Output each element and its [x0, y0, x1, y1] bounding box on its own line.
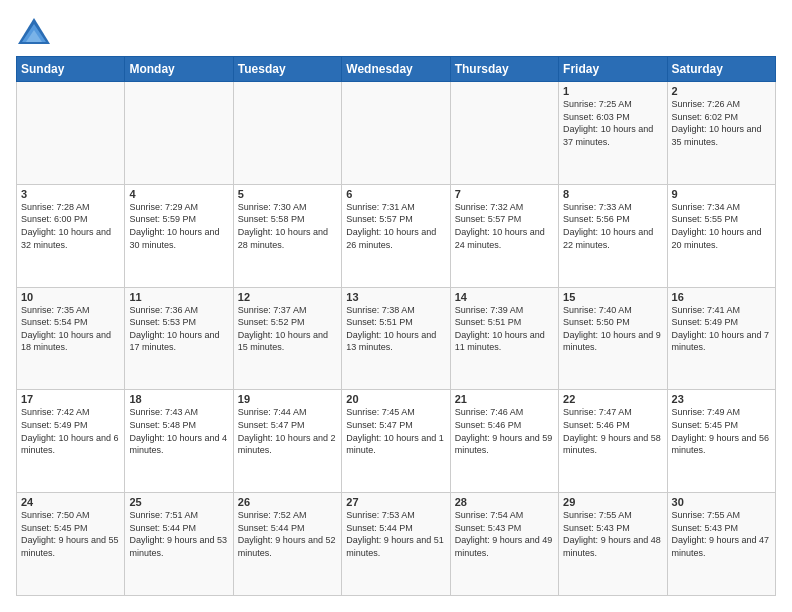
calendar-table: SundayMondayTuesdayWednesdayThursdayFrid…: [16, 56, 776, 596]
calendar-week-row: 17Sunrise: 7:42 AM Sunset: 5:49 PM Dayli…: [17, 390, 776, 493]
day-number: 11: [129, 291, 228, 303]
day-number: 15: [563, 291, 662, 303]
calendar-week-row: 1Sunrise: 7:25 AM Sunset: 6:03 PM Daylig…: [17, 82, 776, 185]
calendar-week-row: 10Sunrise: 7:35 AM Sunset: 5:54 PM Dayli…: [17, 287, 776, 390]
calendar-cell: [125, 82, 233, 185]
calendar-day-header: Friday: [559, 57, 667, 82]
calendar-cell: 8Sunrise: 7:33 AM Sunset: 5:56 PM Daylig…: [559, 184, 667, 287]
calendar-cell: 3Sunrise: 7:28 AM Sunset: 6:00 PM Daylig…: [17, 184, 125, 287]
calendar-cell: [342, 82, 450, 185]
day-number: 8: [563, 188, 662, 200]
calendar-day-header: Saturday: [667, 57, 775, 82]
calendar-cell: 15Sunrise: 7:40 AM Sunset: 5:50 PM Dayli…: [559, 287, 667, 390]
calendar-cell: 29Sunrise: 7:55 AM Sunset: 5:43 PM Dayli…: [559, 493, 667, 596]
day-number: 24: [21, 496, 120, 508]
day-info: Sunrise: 7:29 AM Sunset: 5:59 PM Dayligh…: [129, 201, 228, 251]
day-info: Sunrise: 7:42 AM Sunset: 5:49 PM Dayligh…: [21, 406, 120, 456]
day-number: 18: [129, 393, 228, 405]
calendar-cell: 23Sunrise: 7:49 AM Sunset: 5:45 PM Dayli…: [667, 390, 775, 493]
page: SundayMondayTuesdayWednesdayThursdayFrid…: [0, 0, 792, 612]
calendar-day-header: Tuesday: [233, 57, 341, 82]
day-number: 29: [563, 496, 662, 508]
day-number: 9: [672, 188, 771, 200]
calendar-cell: 30Sunrise: 7:55 AM Sunset: 5:43 PM Dayli…: [667, 493, 775, 596]
day-info: Sunrise: 7:31 AM Sunset: 5:57 PM Dayligh…: [346, 201, 445, 251]
day-info: Sunrise: 7:49 AM Sunset: 5:45 PM Dayligh…: [672, 406, 771, 456]
day-number: 2: [672, 85, 771, 97]
calendar-cell: 19Sunrise: 7:44 AM Sunset: 5:47 PM Dayli…: [233, 390, 341, 493]
day-info: Sunrise: 7:37 AM Sunset: 5:52 PM Dayligh…: [238, 304, 337, 354]
calendar-week-row: 24Sunrise: 7:50 AM Sunset: 5:45 PM Dayli…: [17, 493, 776, 596]
day-number: 4: [129, 188, 228, 200]
day-number: 26: [238, 496, 337, 508]
calendar-cell: 4Sunrise: 7:29 AM Sunset: 5:59 PM Daylig…: [125, 184, 233, 287]
day-info: Sunrise: 7:30 AM Sunset: 5:58 PM Dayligh…: [238, 201, 337, 251]
day-info: Sunrise: 7:44 AM Sunset: 5:47 PM Dayligh…: [238, 406, 337, 456]
calendar-week-row: 3Sunrise: 7:28 AM Sunset: 6:00 PM Daylig…: [17, 184, 776, 287]
day-number: 30: [672, 496, 771, 508]
day-info: Sunrise: 7:34 AM Sunset: 5:55 PM Dayligh…: [672, 201, 771, 251]
calendar-cell: 7Sunrise: 7:32 AM Sunset: 5:57 PM Daylig…: [450, 184, 558, 287]
calendar-header-row: SundayMondayTuesdayWednesdayThursdayFrid…: [17, 57, 776, 82]
calendar-day-header: Monday: [125, 57, 233, 82]
calendar-cell: 6Sunrise: 7:31 AM Sunset: 5:57 PM Daylig…: [342, 184, 450, 287]
calendar-cell: 10Sunrise: 7:35 AM Sunset: 5:54 PM Dayli…: [17, 287, 125, 390]
day-number: 12: [238, 291, 337, 303]
day-number: 16: [672, 291, 771, 303]
calendar-cell: 1Sunrise: 7:25 AM Sunset: 6:03 PM Daylig…: [559, 82, 667, 185]
day-number: 7: [455, 188, 554, 200]
day-number: 3: [21, 188, 120, 200]
day-number: 21: [455, 393, 554, 405]
day-info: Sunrise: 7:39 AM Sunset: 5:51 PM Dayligh…: [455, 304, 554, 354]
day-info: Sunrise: 7:45 AM Sunset: 5:47 PM Dayligh…: [346, 406, 445, 456]
calendar-cell: 25Sunrise: 7:51 AM Sunset: 5:44 PM Dayli…: [125, 493, 233, 596]
day-number: 27: [346, 496, 445, 508]
day-info: Sunrise: 7:43 AM Sunset: 5:48 PM Dayligh…: [129, 406, 228, 456]
calendar-day-header: Sunday: [17, 57, 125, 82]
calendar-cell: 22Sunrise: 7:47 AM Sunset: 5:46 PM Dayli…: [559, 390, 667, 493]
day-info: Sunrise: 7:33 AM Sunset: 5:56 PM Dayligh…: [563, 201, 662, 251]
day-number: 28: [455, 496, 554, 508]
day-info: Sunrise: 7:54 AM Sunset: 5:43 PM Dayligh…: [455, 509, 554, 559]
day-number: 25: [129, 496, 228, 508]
day-info: Sunrise: 7:41 AM Sunset: 5:49 PM Dayligh…: [672, 304, 771, 354]
day-info: Sunrise: 7:51 AM Sunset: 5:44 PM Dayligh…: [129, 509, 228, 559]
day-info: Sunrise: 7:38 AM Sunset: 5:51 PM Dayligh…: [346, 304, 445, 354]
calendar-cell: 13Sunrise: 7:38 AM Sunset: 5:51 PM Dayli…: [342, 287, 450, 390]
calendar-cell: 26Sunrise: 7:52 AM Sunset: 5:44 PM Dayli…: [233, 493, 341, 596]
day-number: 22: [563, 393, 662, 405]
calendar-cell: 17Sunrise: 7:42 AM Sunset: 5:49 PM Dayli…: [17, 390, 125, 493]
day-info: Sunrise: 7:47 AM Sunset: 5:46 PM Dayligh…: [563, 406, 662, 456]
calendar-cell: 12Sunrise: 7:37 AM Sunset: 5:52 PM Dayli…: [233, 287, 341, 390]
day-info: Sunrise: 7:52 AM Sunset: 5:44 PM Dayligh…: [238, 509, 337, 559]
calendar-cell: [450, 82, 558, 185]
day-info: Sunrise: 7:36 AM Sunset: 5:53 PM Dayligh…: [129, 304, 228, 354]
day-number: 14: [455, 291, 554, 303]
day-number: 5: [238, 188, 337, 200]
day-info: Sunrise: 7:46 AM Sunset: 5:46 PM Dayligh…: [455, 406, 554, 456]
day-info: Sunrise: 7:55 AM Sunset: 5:43 PM Dayligh…: [672, 509, 771, 559]
day-number: 20: [346, 393, 445, 405]
day-number: 19: [238, 393, 337, 405]
day-number: 17: [21, 393, 120, 405]
calendar-day-header: Thursday: [450, 57, 558, 82]
calendar-cell: [17, 82, 125, 185]
calendar-day-header: Wednesday: [342, 57, 450, 82]
day-info: Sunrise: 7:50 AM Sunset: 5:45 PM Dayligh…: [21, 509, 120, 559]
day-number: 1: [563, 85, 662, 97]
calendar-cell: [233, 82, 341, 185]
calendar-cell: 11Sunrise: 7:36 AM Sunset: 5:53 PM Dayli…: [125, 287, 233, 390]
calendar-cell: 14Sunrise: 7:39 AM Sunset: 5:51 PM Dayli…: [450, 287, 558, 390]
day-info: Sunrise: 7:26 AM Sunset: 6:02 PM Dayligh…: [672, 98, 771, 148]
day-info: Sunrise: 7:28 AM Sunset: 6:00 PM Dayligh…: [21, 201, 120, 251]
calendar-cell: 27Sunrise: 7:53 AM Sunset: 5:44 PM Dayli…: [342, 493, 450, 596]
calendar-cell: 16Sunrise: 7:41 AM Sunset: 5:49 PM Dayli…: [667, 287, 775, 390]
calendar-cell: 20Sunrise: 7:45 AM Sunset: 5:47 PM Dayli…: [342, 390, 450, 493]
logo: [16, 16, 56, 46]
calendar-cell: 9Sunrise: 7:34 AM Sunset: 5:55 PM Daylig…: [667, 184, 775, 287]
day-number: 6: [346, 188, 445, 200]
day-info: Sunrise: 7:32 AM Sunset: 5:57 PM Dayligh…: [455, 201, 554, 251]
day-info: Sunrise: 7:53 AM Sunset: 5:44 PM Dayligh…: [346, 509, 445, 559]
calendar-cell: 2Sunrise: 7:26 AM Sunset: 6:02 PM Daylig…: [667, 82, 775, 185]
day-info: Sunrise: 7:55 AM Sunset: 5:43 PM Dayligh…: [563, 509, 662, 559]
